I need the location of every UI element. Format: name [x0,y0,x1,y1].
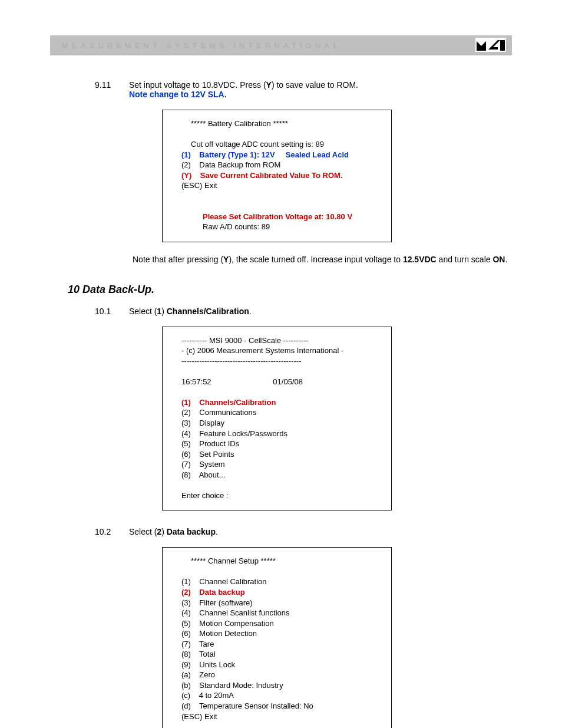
change-note: Note change to 12V SLA. [129,90,227,99]
step-number: 9.11 [95,80,127,90]
step-number: 10.1 [95,307,127,316]
calibration-voltage-msg: Please Set Calibration Voltage at: 10.80… [203,212,385,222]
step-10-1: 10.1 Select (1) Channels/Calibration. [95,307,512,316]
step-text: Set input voltage to 10.8VDC. Press (Y) … [129,80,494,99]
cellscale-menu-box: ---------- MSI 9000 - CellScale --------… [162,327,392,511]
page: MEASUREMENT SYSTEMS INTERNATIONAL 9.11 S… [0,0,562,728]
msi-logo-icon [475,38,506,52]
box-title: ***** Battery Calibration ***** [191,118,385,129]
step-text: Select (1) Channels/Calibration. [129,307,494,316]
step-9-11: 9.11 Set input voltage to 10.8VDC. Press… [95,80,512,99]
post-step-note: Note that after pressing (Y), the scale … [133,254,533,266]
step-number: 10.2 [95,527,127,536]
box-title: ***** Channel Setup ***** [191,556,385,566]
step-10-2: 10.2 Select (2) Data backup. [95,527,512,536]
battery-calibration-box: ***** Battery Calibration ***** Cut off … [162,110,392,242]
header-company-text: MEASUREMENT SYSTEMS INTERNATIONAL [62,41,341,50]
channel-setup-box: ***** Channel Setup ***** (1) Channel Ca… [162,547,392,728]
section-10-heading: 10 Data Back-Up. [68,284,512,296]
header-bar: MEASUREMENT SYSTEMS INTERNATIONAL [50,35,512,55]
svg-rect-3 [500,40,505,51]
step-text: Select (2) Data backup. [129,527,494,536]
